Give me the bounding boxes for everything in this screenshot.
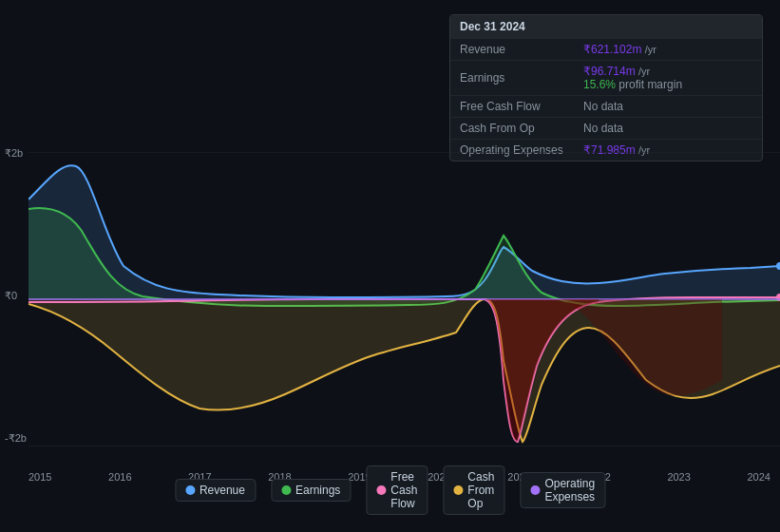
legend-label-fcf: Free Cash Flow (390, 470, 417, 510)
x-label-2023: 2023 (667, 471, 690, 483)
info-row-cashfromop: Cash From Op No data (450, 117, 762, 139)
legend-label-revenue: Revenue (200, 484, 245, 497)
y-label-zero: ₹0 (5, 290, 17, 302)
info-row-revenue: Revenue ₹621.102m /yr (450, 38, 762, 60)
legend-earnings[interactable]: Earnings (271, 479, 351, 502)
legend-revenue[interactable]: Revenue (175, 479, 256, 502)
legend-label-cashfromop: Cash From Op (467, 470, 494, 510)
info-value-fcf: No data (583, 100, 623, 113)
x-label-2015: 2015 (29, 471, 51, 483)
info-value-revenue: ₹621.102m /yr (583, 43, 656, 56)
info-label-cashfromop: Cash From Op (460, 122, 583, 135)
chart-container: Dec 31 2024 Revenue ₹621.102m /yr Earnin… (0, 0, 780, 532)
legend-dot-revenue (185, 485, 195, 495)
info-value-earnings: ₹96.714m /yr 15.6% profit margin (583, 65, 682, 91)
legend-dot-earnings (281, 485, 291, 495)
legend-dot-cashfromop (453, 485, 463, 495)
legend-label-earnings: Earnings (295, 484, 340, 497)
x-label-2024: 2024 (747, 471, 770, 483)
info-value-cashfromop: No data (583, 122, 623, 135)
info-label-fcf: Free Cash Flow (460, 100, 583, 113)
info-label-earnings: Earnings (460, 71, 583, 85)
info-label-revenue: Revenue (460, 43, 583, 56)
legend-dot-fcf (376, 485, 386, 495)
x-label-2016: 2016 (108, 471, 131, 483)
info-box-date: Dec 31 2024 (450, 15, 762, 38)
legend: Revenue Earnings Free Cash Flow Cash Fro… (175, 466, 605, 515)
legend-opex[interactable]: Operating Expenses (520, 472, 605, 508)
chart-svg (29, 152, 780, 446)
legend-label-opex: Operating Expenses (544, 477, 595, 504)
legend-fcf[interactable]: Free Cash Flow (366, 466, 428, 515)
legend-dot-opex (530, 485, 540, 495)
info-box: Dec 31 2024 Revenue ₹621.102m /yr Earnin… (449, 14, 763, 162)
legend-cashfromop[interactable]: Cash From Op (443, 466, 504, 515)
info-row-fcf: Free Cash Flow No data (450, 95, 762, 117)
y-label-bottom: -₹2b (5, 432, 27, 445)
info-row-earnings: Earnings ₹96.714m /yr 15.6% profit margi… (450, 60, 762, 95)
y-label-top: ₹2b (5, 147, 23, 160)
